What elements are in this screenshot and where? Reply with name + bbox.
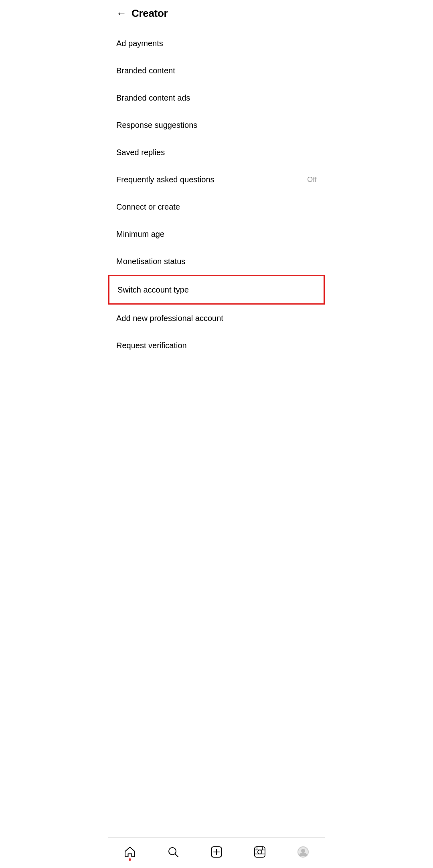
home-notification-dot <box>129 858 131 861</box>
back-button[interactable]: ← <box>115 6 132 20</box>
menu-item-switch-account-type[interactable]: Switch account type <box>108 275 325 305</box>
menu-item-add-new-professional[interactable]: Add new professional account <box>108 305 325 332</box>
menu-item-label-monetisation-status: Monetisation status <box>116 256 185 266</box>
search-icon <box>167 846 180 858</box>
menu-item-label-saved-replies: Saved replies <box>116 147 165 157</box>
nav-item-create[interactable] <box>195 842 238 862</box>
svg-point-12 <box>301 849 305 853</box>
menu-item-branded-content[interactable]: Branded content <box>108 57 325 84</box>
profile-icon <box>297 846 310 858</box>
reels-icon <box>253 846 266 858</box>
back-arrow-icon: ← <box>116 8 127 18</box>
nav-item-home[interactable] <box>108 842 152 862</box>
menu-item-label-ad-payments: Ad payments <box>116 38 163 48</box>
bottom-nav <box>108 837 325 868</box>
menu-item-saved-replies[interactable]: Saved replies <box>108 139 325 166</box>
menu-item-branded-content-ads[interactable]: Branded content ads <box>108 84 325 111</box>
menu-item-label-add-new-professional: Add new professional account <box>116 313 223 323</box>
home-icon <box>123 846 136 858</box>
create-icon <box>210 846 223 858</box>
nav-item-profile[interactable] <box>281 842 325 862</box>
menu-item-label-branded-content-ads: Branded content ads <box>116 93 190 103</box>
menu-item-label-switch-account-type: Switch account type <box>117 285 189 295</box>
menu-item-monetisation-status[interactable]: Monetisation status <box>108 248 325 275</box>
page-title: Creator <box>132 7 168 20</box>
menu-item-label-request-verification: Request verification <box>116 341 187 350</box>
menu-item-label-branded-content: Branded content <box>116 66 175 75</box>
nav-item-reels[interactable] <box>238 842 281 862</box>
menu-item-label-connect-or-create: Connect or create <box>116 202 180 212</box>
menu-item-faq[interactable]: Frequently asked questionsOff <box>108 166 325 193</box>
menu-item-label-minimum-age: Minimum age <box>116 229 164 239</box>
header: ← Creator <box>108 0 325 26</box>
nav-item-search[interactable] <box>152 842 195 862</box>
menu-item-label-faq: Frequently asked questions <box>116 175 214 184</box>
menu-item-ad-payments[interactable]: Ad payments <box>108 30 325 57</box>
svg-rect-5 <box>255 847 265 857</box>
menu-item-label-response-suggestions: Response suggestions <box>116 120 197 130</box>
menu-list: Ad paymentsBranded contentBranded conten… <box>108 26 325 837</box>
menu-item-connect-or-create[interactable]: Connect or create <box>108 193 325 220</box>
svg-point-6 <box>258 850 262 854</box>
menu-item-request-verification[interactable]: Request verification <box>108 332 325 359</box>
menu-item-response-suggestions[interactable]: Response suggestions <box>108 111 325 139</box>
svg-line-1 <box>175 854 178 857</box>
menu-item-value-faq: Off <box>307 176 317 184</box>
menu-item-minimum-age[interactable]: Minimum age <box>108 220 325 248</box>
